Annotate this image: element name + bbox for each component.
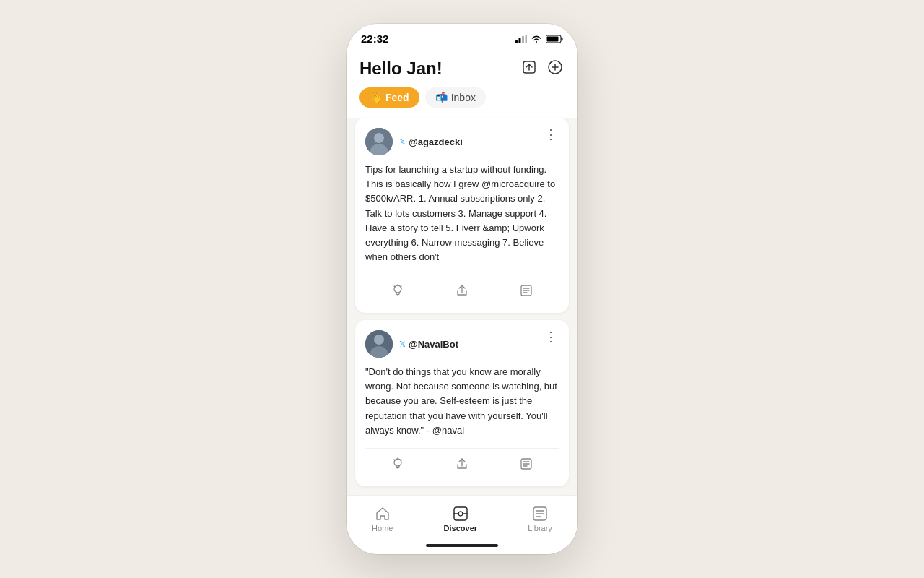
svg-line-28 bbox=[401, 460, 401, 460]
nav-discover[interactable]: Discover bbox=[438, 503, 483, 535]
card-2-share-button[interactable] bbox=[448, 454, 476, 476]
phone-frame: 22:32 Hello bbox=[346, 24, 578, 554]
inbox-emoji: 📬 bbox=[435, 92, 448, 103]
share-icon-1 bbox=[456, 284, 468, 297]
card-2-username: @NavalBot bbox=[409, 339, 458, 350]
idea-icon-2 bbox=[391, 457, 404, 470]
export-button[interactable] bbox=[520, 58, 539, 79]
library-icon bbox=[532, 506, 548, 522]
svg-line-17 bbox=[401, 286, 401, 287]
share-icon-2 bbox=[456, 457, 468, 470]
idea-icon-1 bbox=[391, 284, 404, 297]
battery-icon bbox=[546, 35, 563, 43]
card-1-username: @agazdecki bbox=[409, 137, 463, 147]
card-2-avatar bbox=[365, 330, 393, 358]
svg-line-29 bbox=[394, 460, 395, 460]
card-2: 𝕏 @NavalBot ⋮ "Don't do things that you … bbox=[355, 320, 569, 486]
card-1: 𝕏 @agazdecki ⋮ Tips for launching a star… bbox=[355, 118, 569, 313]
header-actions bbox=[520, 58, 565, 79]
svg-rect-6 bbox=[547, 36, 559, 41]
svg-line-18 bbox=[394, 286, 395, 287]
card-2-text: "Don't do things that you know are moral… bbox=[365, 365, 559, 438]
feed-emoji: 👋 bbox=[370, 92, 382, 103]
nav-home[interactable]: Home bbox=[366, 503, 398, 535]
bottom-nav: Home Discover Library bbox=[346, 495, 578, 540]
tab-row: 👋 Feed 📬 Inbox bbox=[346, 87, 578, 118]
card-2-userinfo: 𝕏 @NavalBot bbox=[399, 339, 458, 350]
home-icon bbox=[375, 506, 391, 522]
twitter-icon-1: 𝕏 bbox=[399, 137, 406, 147]
svg-point-13 bbox=[374, 133, 384, 143]
card-1-share-button[interactable] bbox=[448, 281, 476, 303]
card-1-avatar bbox=[365, 128, 393, 155]
card-2-header: 𝕏 @NavalBot ⋮ bbox=[365, 330, 559, 358]
svg-point-15 bbox=[394, 285, 401, 293]
feed-label: Feed bbox=[385, 92, 409, 103]
header: Hello Jan! bbox=[346, 51, 578, 87]
svg-rect-5 bbox=[562, 37, 563, 40]
status-icons bbox=[515, 35, 563, 43]
add-button[interactable] bbox=[546, 58, 565, 79]
card-2-user: 𝕏 @NavalBot bbox=[365, 330, 458, 358]
svg-point-35 bbox=[458, 512, 463, 516]
svg-rect-0 bbox=[515, 40, 518, 43]
discover-icon bbox=[453, 506, 468, 522]
note-icon-1 bbox=[520, 284, 533, 297]
nav-discover-label: Discover bbox=[444, 524, 477, 532]
card-1-username-row: 𝕏 @agazdecki bbox=[399, 137, 463, 147]
note-icon-2 bbox=[520, 457, 533, 470]
inbox-label: Inbox bbox=[451, 92, 476, 103]
card-1-idea-button[interactable] bbox=[384, 281, 411, 303]
add-icon bbox=[547, 59, 563, 75]
tab-inbox[interactable]: 📬 Inbox bbox=[425, 87, 486, 108]
svg-rect-2 bbox=[522, 36, 524, 43]
home-indicator-bar bbox=[426, 544, 498, 547]
nav-library-label: Library bbox=[528, 524, 552, 532]
avatar-1-svg bbox=[365, 128, 393, 155]
card-1-user: 𝕏 @agazdecki bbox=[365, 128, 463, 155]
card-2-more-button[interactable]: ⋮ bbox=[543, 330, 559, 343]
tab-feed[interactable]: 👋 Feed bbox=[359, 87, 419, 108]
status-time: 22:32 bbox=[361, 33, 388, 45]
card-1-text: Tips for launching a startup without fun… bbox=[365, 163, 559, 264]
card-1-avatar-img bbox=[365, 128, 393, 155]
screen-content: Hello Jan! bbox=[346, 51, 578, 554]
wifi-icon bbox=[531, 35, 542, 43]
svg-point-24 bbox=[374, 335, 384, 345]
card-2-actions bbox=[365, 448, 559, 476]
card-1-header: 𝕏 @agazdecki ⋮ bbox=[365, 128, 559, 155]
svg-point-26 bbox=[394, 459, 401, 466]
signal-icon bbox=[515, 35, 527, 43]
twitter-icon-2: 𝕏 bbox=[399, 340, 406, 349]
avatar-2-svg bbox=[365, 330, 393, 358]
nav-home-label: Home bbox=[372, 524, 393, 532]
status-bar: 22:32 bbox=[346, 24, 578, 51]
nav-library[interactable]: Library bbox=[522, 503, 558, 535]
page-title: Hello Jan! bbox=[359, 59, 443, 79]
card-2-note-button[interactable] bbox=[513, 454, 540, 476]
home-indicator bbox=[346, 540, 578, 554]
card-2-idea-button[interactable] bbox=[384, 454, 411, 476]
card-1-userinfo: 𝕏 @agazdecki bbox=[399, 137, 463, 147]
svg-rect-1 bbox=[519, 38, 521, 43]
feed-area: 𝕏 @agazdecki ⋮ Tips for launching a star… bbox=[346, 118, 578, 495]
card-1-more-button[interactable]: ⋮ bbox=[543, 128, 559, 141]
card-2-username-row: 𝕏 @NavalBot bbox=[399, 339, 458, 350]
export-icon bbox=[521, 59, 537, 75]
card-1-actions bbox=[365, 275, 559, 303]
svg-rect-3 bbox=[526, 35, 528, 43]
card-1-note-button[interactable] bbox=[513, 281, 540, 303]
card-2-avatar-img bbox=[365, 330, 393, 358]
